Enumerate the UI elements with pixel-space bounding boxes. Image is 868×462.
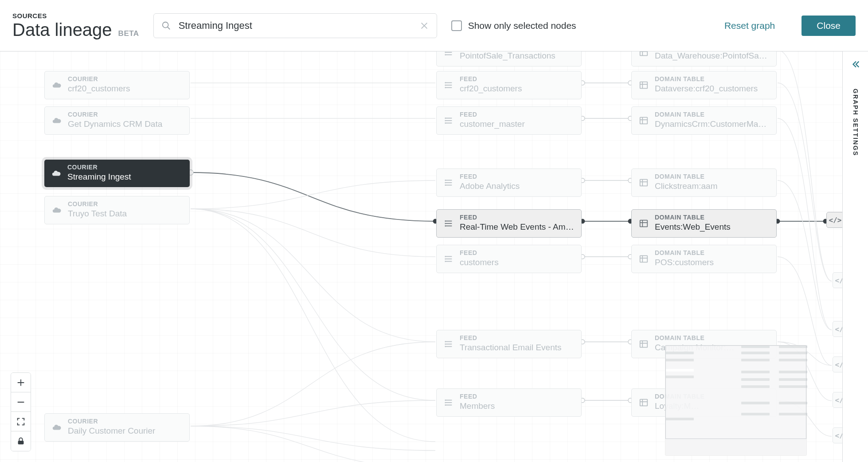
courier-node[interactable]: COURIERDaily Customer Courier: [44, 413, 190, 442]
feed-node[interactable]: FEEDcrf20_customers: [436, 71, 582, 99]
feed-node[interactable]: FEEDReal-Time Web Events - Ampe…: [436, 209, 582, 238]
close-button[interactable]: Close: [802, 16, 856, 36]
svg-rect-73: [640, 82, 648, 89]
reset-graph-button[interactable]: Reset graph: [724, 20, 775, 31]
search-field-wrapper: [153, 13, 437, 38]
svg-point-32: [445, 85, 446, 85]
code-endpoint-node[interactable]: </>: [826, 212, 844, 228]
courier-node[interactable]: COURIERTruyo Test Data: [44, 196, 190, 224]
table-icon: [639, 80, 649, 90]
clear-search-icon[interactable]: [419, 21, 429, 31]
table-icon: [639, 339, 649, 349]
svg-point-56: [445, 258, 446, 259]
feed-node[interactable]: FEEDPointofSale_Transactions: [436, 51, 582, 67]
right-rail: GRAPH SETTINGS: [842, 51, 868, 462]
feed-icon: [444, 219, 454, 228]
svg-point-69: [445, 405, 446, 405]
feed-icon: [444, 339, 454, 349]
node-type-label: COURIER: [67, 164, 183, 170]
courier-node[interactable]: COURIERcrf20_customers: [44, 71, 190, 99]
node-label: customer_master: [460, 119, 574, 129]
search-input[interactable]: [153, 13, 437, 38]
svg-rect-76: [640, 117, 648, 124]
svg-point-43: [445, 180, 446, 180]
svg-point-62: [445, 344, 446, 344]
beta-badge: BETA: [118, 30, 139, 38]
svg-point-50: [445, 223, 446, 223]
collapse-rail-icon[interactable]: [851, 59, 860, 69]
fit-screen-button[interactable]: [11, 412, 31, 431]
node-label: DynamicsCrm:CustomerMaster: [655, 119, 769, 129]
feed-icon: [444, 398, 454, 407]
page-title: Data lineage BETA: [12, 20, 139, 39]
domain-table-node[interactable]: DOMAIN TABLEEvents:Web_Events: [631, 209, 777, 238]
svg-point-27: [445, 55, 446, 55]
lineage-canvas[interactable]: COURIERcrf20_customers COURIERGet Dynami…: [0, 51, 842, 462]
node-label: PointofSale_Transactions: [460, 51, 574, 61]
domain-table-node[interactable]: DOMAIN TABLEDataverse:crf20_customers: [631, 71, 777, 99]
node-type-label: COURIER: [68, 111, 182, 117]
svg-point-51: [445, 226, 446, 226]
courier-icon: [52, 423, 62, 432]
node-type-label: COURIER: [68, 418, 182, 424]
feed-node[interactable]: FEEDTransactional Email Events: [436, 330, 582, 358]
svg-rect-70: [640, 51, 648, 55]
domain-table-node[interactable]: DOMAIN TABLEDynamicsCrm:CustomerMaster: [631, 106, 777, 135]
node-type-label: FEED: [460, 393, 574, 399]
svg-point-61: [445, 341, 446, 342]
node-type-label: DOMAIN TABLE: [655, 335, 769, 341]
zoom-in-button[interactable]: [11, 373, 31, 392]
feed-icon: [444, 51, 454, 57]
svg-point-45: [445, 185, 446, 185]
courier-icon: [52, 80, 62, 90]
svg-rect-91: [640, 399, 648, 406]
zoom-out-button[interactable]: [11, 392, 31, 412]
show-only-selected-label: Show only selected nodes: [468, 20, 576, 31]
node-type-label: FEED: [460, 76, 574, 82]
feed-icon: [444, 116, 454, 125]
feed-node[interactable]: FEEDcustomer_master: [436, 106, 582, 135]
svg-point-55: [445, 256, 446, 257]
node-label: Truyo Test Data: [68, 209, 182, 219]
domain-table-node[interactable]: DOMAIN TABLEClickstream:aam: [631, 168, 777, 197]
graph-settings-label[interactable]: GRAPH SETTINGS: [852, 89, 859, 156]
node-type-label: FEED: [460, 111, 574, 117]
svg-rect-97: [18, 441, 24, 444]
node-type-label: DOMAIN TABLE: [655, 173, 769, 180]
node-label: Transactional Email Events: [460, 343, 574, 352]
svg-line-1: [167, 27, 170, 29]
node-type-label: FEED: [460, 173, 574, 180]
lock-button[interactable]: [11, 431, 31, 451]
svg-point-37: [445, 118, 446, 118]
node-type-label: DOMAIN TABLE: [655, 76, 769, 82]
feed-node[interactable]: FEEDAdobe Analytics: [436, 168, 582, 197]
svg-point-49: [445, 221, 446, 221]
domain-table-node[interactable]: DOMAIN TABLEData_Warehouse:PointofSale_…: [631, 51, 777, 67]
node-label: Daily Customer Courier: [68, 426, 182, 436]
show-only-selected-toggle[interactable]: Show only selected nodes: [451, 20, 576, 31]
node-type-label: DOMAIN TABLE: [655, 214, 769, 220]
node-label: crf20_customers: [460, 84, 574, 94]
courier-icon: [52, 205, 62, 215]
svg-point-63: [445, 346, 446, 347]
svg-point-33: [445, 87, 446, 88]
node-label: Adobe Analytics: [460, 181, 574, 191]
svg-rect-85: [640, 256, 648, 262]
checkbox-icon[interactable]: [451, 20, 462, 31]
node-type-label: DOMAIN TABLE: [655, 250, 769, 256]
svg-point-26: [445, 52, 446, 52]
feed-icon: [444, 178, 454, 188]
minimap[interactable]: [665, 345, 807, 456]
feed-node[interactable]: FEEDMembers: [436, 388, 582, 417]
node-label: Members: [460, 401, 574, 411]
top-bar: SOURCES Data lineage BETA Show only sele…: [0, 0, 868, 51]
courier-node[interactable]: COURIERGet Dynamics CRM Data: [44, 106, 190, 135]
table-icon: [639, 178, 649, 188]
feed-node[interactable]: FEEDcustomers: [436, 245, 582, 273]
node-type-label: COURIER: [68, 76, 182, 82]
courier-node[interactable]: COURIERStreaming Ingest: [44, 160, 190, 187]
svg-point-67: [445, 400, 446, 400]
domain-table-node[interactable]: DOMAIN TABLEPOS:customers: [631, 245, 777, 273]
code-icon: </>: [829, 216, 842, 224]
svg-point-44: [445, 182, 446, 183]
